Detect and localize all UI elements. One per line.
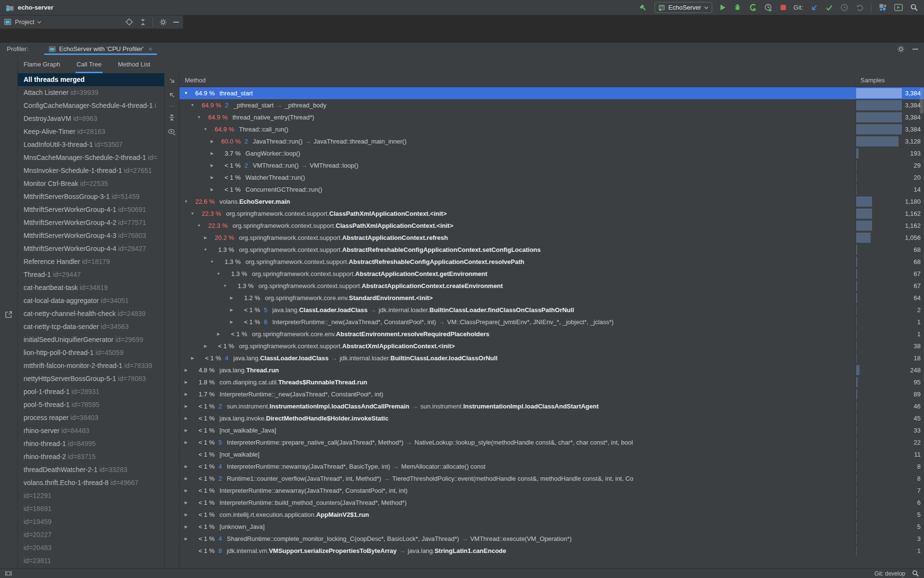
- tree-row[interactable]: ▶< 1 %[unknown_Java]5: [180, 521, 924, 533]
- thread-row[interactable]: MtthriftServerWorkerGroup-4-3 id=76803: [18, 229, 164, 242]
- locate-icon[interactable]: [125, 18, 133, 26]
- thread-row[interactable]: Keep-Alive-Timer id=28163: [18, 125, 164, 138]
- thread-row[interactable]: id=18691: [18, 502, 164, 515]
- tree-row[interactable]: ▶< 1 %5java.lang.ClassLoader.loadClass→j…: [180, 304, 924, 316]
- tree-row[interactable]: ▶< 1 %InterpreterRuntime::anewarray(Java…: [180, 485, 924, 497]
- expand-node-icon[interactable]: ▶: [228, 296, 235, 300]
- tree-row[interactable]: ▼64.9 %2_pthread_start→_pthread_body3,38…: [180, 99, 924, 111]
- run-icon[interactable]: [719, 4, 726, 11]
- expand-node-icon[interactable]: ▶: [228, 320, 235, 324]
- toolwindow-toggle-icon[interactable]: [5, 570, 12, 577]
- thread-row[interactable]: MtthriftServerWorkerGroup-4-4 id=28427: [18, 242, 164, 255]
- profiler-clock-icon[interactable]: [764, 3, 773, 12]
- tree-row[interactable]: ▶1.7 %InterpreterRuntime::_new(JavaThrea…: [180, 388, 924, 400]
- expand-node-icon[interactable]: ▶: [208, 163, 216, 168]
- expand-node-icon[interactable]: ▶: [182, 512, 190, 517]
- expand-node-icon[interactable]: ▶: [215, 332, 222, 336]
- debug-bug-icon[interactable]: [733, 3, 742, 12]
- thread-row[interactable]: Monitor Ctrl-Break id=22535: [18, 177, 164, 190]
- expand-node-icon[interactable]: ▶: [208, 139, 216, 144]
- thread-row[interactable]: process reaper id=38403: [18, 411, 164, 424]
- thread-row[interactable]: nettyHttpServerBossGroup-5-1 id=78083: [18, 372, 164, 385]
- thread-row[interactable]: ConfigCacheManager-Schedule-4-thread-1 i: [18, 99, 164, 112]
- expand-node-icon[interactable]: ▶: [182, 368, 190, 372]
- tree-row[interactable]: ▶< 1 %InterpreterRuntime::build_method_c…: [180, 497, 924, 509]
- thread-row[interactable]: Thread-1 id=29447: [18, 268, 164, 281]
- tree-row[interactable]: ▶1.2 %org.springframework.core.env.Stand…: [180, 292, 924, 304]
- tree-row[interactable]: ▶< 1 %2VMThread::run()→VMThread::loop()2…: [180, 159, 924, 171]
- thread-row[interactable]: DestroyJavaVM id=8963: [18, 112, 164, 125]
- thread-row[interactable]: cat-netty-tcp-data-sender id=34563: [18, 320, 164, 333]
- tab-call-tree[interactable]: Call Tree: [77, 55, 102, 73]
- thread-row[interactable]: MtthriftServerBossGroup-3-1 id=51459: [18, 190, 164, 203]
- tree-row[interactable]: ▶< 1 %4java.lang.ClassLoader.loadClass→j…: [180, 352, 924, 364]
- tree-row[interactable]: ▼22.3 %org.springframework.context.suppo…: [180, 208, 924, 220]
- thread-row[interactable]: id=12291: [18, 489, 164, 502]
- expand-node-icon[interactable]: ▶: [208, 187, 216, 192]
- tree-row[interactable]: ▶3.7 %GangWorker::loop()193: [180, 147, 924, 159]
- expand-node-icon[interactable]: ▶: [202, 344, 209, 348]
- thread-row[interactable]: rhino-thread-2 id=83715: [18, 450, 164, 463]
- tree-row[interactable]: ▶1.8 %com.dianping.cat.util.Threads$Runn…: [180, 376, 924, 388]
- tree-row[interactable]: ▼22.3 %org.springframework.context.suppo…: [180, 220, 924, 232]
- expand-node-icon[interactable]: ▶: [208, 151, 216, 156]
- tree-row[interactable]: ▼64.9 %Thread::call_run()3,384: [180, 123, 924, 135]
- column-header-method[interactable]: Method: [180, 77, 855, 84]
- watch-filter-icon[interactable]: [167, 129, 176, 136]
- tree-row[interactable]: ▶< 1 %6InterpreterRuntime::_new(JavaThre…: [180, 316, 924, 328]
- tree-row[interactable]: ▶< 1 %[not_walkable_Java]33: [180, 424, 924, 436]
- collapse-node-icon[interactable]: ▼: [189, 211, 196, 216]
- collapse-node-icon[interactable]: ▼: [195, 223, 203, 228]
- search-icon[interactable]: [912, 570, 919, 577]
- thread-row[interactable]: volans.thrift.Echo-1-thread-8 id=49667: [18, 476, 164, 489]
- expand-node-icon[interactable]: ▶: [208, 175, 216, 180]
- git-commit-check-icon[interactable]: [825, 4, 833, 11]
- thread-row[interactable]: pool-5-thread-1 id=78595: [18, 398, 164, 411]
- tab-method-list[interactable]: Method List: [118, 55, 150, 73]
- collapse-node-icon[interactable]: ▼: [189, 103, 196, 107]
- git-update-icon[interactable]: [810, 4, 818, 12]
- project-structure-icon[interactable]: [879, 3, 887, 12]
- tree-row[interactable]: ▶< 1 %4InterpreterRuntime::newarray(Java…: [180, 460, 924, 473]
- tree-row[interactable]: ▶4.8 %java.lang.Thread.run248: [180, 364, 924, 376]
- expand-node-icon[interactable]: ▶: [182, 416, 190, 420]
- thread-row[interactable]: cat-local-data-aggregator id=34051: [18, 294, 164, 307]
- thread-row[interactable]: rhino-server id=84483: [18, 424, 164, 437]
- git-branch-status[interactable]: Git: develop: [874, 570, 905, 577]
- gear-icon[interactable]: [159, 18, 167, 26]
- collapse-node-icon[interactable]: ▼: [221, 284, 229, 288]
- thread-row[interactable]: pool-1-thread-1 id=28931: [18, 385, 164, 398]
- expand-node-icon[interactable]: ▶: [182, 464, 190, 469]
- collapse-all-icon[interactable]: [168, 114, 175, 121]
- tree-row[interactable]: ▶< 1 %WatcherThread::run()20: [180, 171, 924, 184]
- tree-row[interactable]: ▼1.3 %org.springframework.context.suppor…: [180, 256, 924, 268]
- chevron-down-icon[interactable]: [37, 21, 41, 24]
- coverage-icon[interactable]: [749, 3, 757, 12]
- thread-row[interactable]: id=20483: [18, 541, 164, 554]
- gear-icon[interactable]: [897, 45, 905, 53]
- tree-row[interactable]: ▼1.3 %org.springframework.context.suppor…: [180, 280, 924, 292]
- tree-row[interactable]: ▼1.3 %org.springframework.context.suppor…: [180, 268, 924, 280]
- thread-row[interactable]: MnsCacheManager-Schedule-2-thread-1 id=: [18, 151, 164, 164]
- collapse-node-icon[interactable]: ▼: [182, 91, 190, 95]
- thread-row[interactable]: Attach Listener id=39939: [18, 86, 164, 99]
- thread-row[interactable]: cat-heartbeat-task id=34819: [18, 281, 164, 294]
- expand-node-icon[interactable]: ▶: [182, 392, 190, 396]
- profiler-session-tab[interactable]: EchoServer with 'CPU Profiler' ×: [49, 43, 157, 55]
- expand-node-icon[interactable]: ▶: [228, 308, 235, 312]
- thread-row[interactable]: MtthriftServerWorkerGroup-4-1 id=50691: [18, 203, 164, 216]
- project-toolwindow-header[interactable]: Project: [0, 15, 183, 29]
- tree-row[interactable]: ▶< 1 %org.springframework.context.suppor…: [180, 340, 924, 352]
- thread-row[interactable]: MnsInvoker-Schedule-1-thread-1 id=27651: [18, 164, 164, 177]
- tree-row[interactable]: ▶< 1 %com.intellij.rt.execution.applicat…: [180, 509, 924, 521]
- expand-node-icon[interactable]: ▶: [182, 440, 190, 445]
- expand-node-icon[interactable]: ▶: [202, 236, 209, 240]
- collapse-node-icon[interactable]: ▼: [208, 260, 216, 264]
- collapse-node-icon[interactable]: ▼: [215, 272, 222, 276]
- expand-node-icon[interactable]: ▶: [182, 404, 190, 408]
- tree-row[interactable]: < 1 %8jdk.internal.vm.VMSupport.serializ…: [180, 545, 924, 557]
- expand-node-icon[interactable]: ▶: [182, 500, 190, 505]
- thread-row[interactable]: lion-http-poll-0-thread-1 id=45059: [18, 346, 164, 359]
- tree-row[interactable]: ▶20.2 %org.springframework.context.suppo…: [180, 232, 924, 244]
- tree-row[interactable]: ▶< 1 %ConcurrentGCThread::run()14: [180, 184, 924, 196]
